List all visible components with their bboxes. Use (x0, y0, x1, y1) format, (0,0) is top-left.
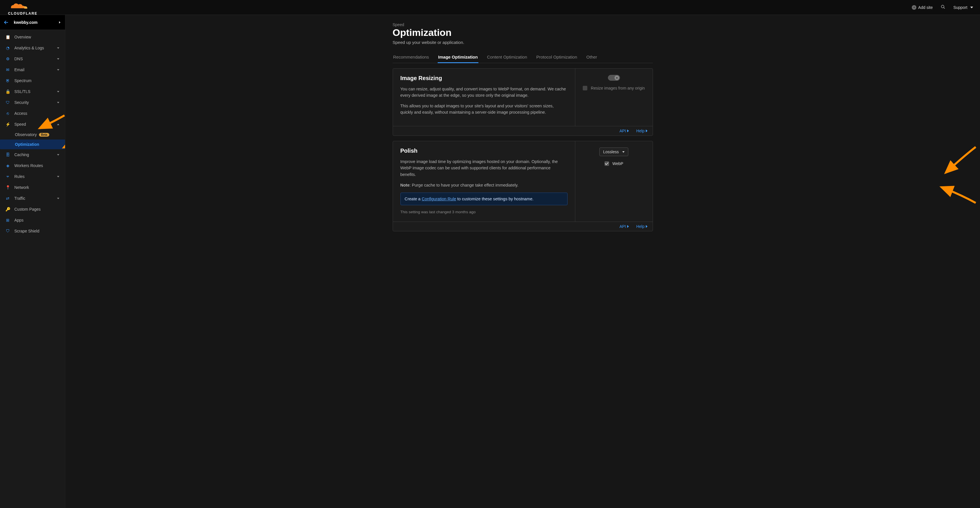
sidebar-item-analytics-logs[interactable]: ◔Analytics & Logs (0, 43, 65, 53)
sidebar-item-label: Email (14, 67, 52, 72)
network-icon: ⚙ (5, 56, 10, 61)
sidebar-item-caching[interactable]: 🗄Caching (0, 149, 65, 160)
sidebar-item-security[interactable]: 🛡Security (0, 97, 65, 108)
sidebar-item-label: Workers Routes (14, 163, 60, 168)
sidebar-item-workers-routes[interactable]: ◈Workers Routes (0, 160, 65, 171)
sidebar-item-dns[interactable]: ⚙DNS (0, 53, 65, 64)
sidebar-item-email[interactable]: ✉Email (0, 64, 65, 75)
sidebar-item-overview[interactable]: 📋Overview (0, 32, 65, 43)
top-header: CLOUDFLARE + Add site Support (0, 0, 980, 15)
sidebar-item-scrape-shield[interactable]: ⛉Scrape Shield (0, 225, 65, 236)
sidebar-item-label: Traffic (14, 196, 52, 201)
last-changed-text: This setting was last changed 3 months a… (401, 209, 568, 215)
chevron-down-icon (56, 102, 60, 103)
sidebar-item-label: Caching (14, 152, 52, 157)
resize-any-origin-checkbox[interactable] (583, 86, 587, 90)
card-description: Improve image load time by optimizing im… (401, 158, 568, 215)
grid-icon: ⊞ (5, 218, 10, 222)
api-link-label: API (619, 224, 626, 229)
lock-icon: 🔒 (5, 89, 10, 94)
help-link[interactable]: Help (636, 129, 648, 133)
support-label: Support (953, 5, 967, 10)
annotation-arrow (937, 183, 977, 206)
tab-other[interactable]: Other (586, 52, 598, 63)
sidebar-item-label: Speed (14, 122, 52, 126)
sidebar-item-label: Security (14, 100, 52, 105)
help-link-label: Help (636, 224, 644, 229)
sidebar-subitem-label: Observatory (15, 132, 37, 137)
sidebar-item-speed[interactable]: ⚡Speed (0, 119, 65, 130)
config-rule-callout: Create a Configuration Rule to customize… (401, 193, 568, 205)
add-site-label: Add site (918, 5, 933, 10)
card-desc-p1: Improve image load time by optimizing im… (401, 158, 568, 178)
sidebar-item-ssl-tls[interactable]: 🔒SSL/TLS (0, 86, 65, 97)
sidebar-subitem-optimization[interactable]: Optimization (0, 139, 65, 149)
card-title: Image Resizing (401, 75, 568, 81)
chevron-up-icon (56, 124, 60, 125)
tab-protocol-optimization[interactable]: Protocol Optimization (536, 52, 578, 63)
breadcrumb: Speed (393, 22, 653, 27)
arrows-icon: ⇄ (5, 196, 10, 201)
tab-recommendations[interactable]: Recommendations (393, 52, 430, 63)
card-footer: API Help (393, 126, 653, 136)
callout-suffix: to customize these settings by hostname. (456, 196, 533, 201)
card-image-resizing: Image Resizing You can resize, adjust qu… (393, 68, 653, 136)
sidebar-item-traffic[interactable]: ⇄Traffic (0, 193, 65, 204)
key-icon: 🔑 (5, 207, 10, 211)
sidebar-item-apps[interactable]: ⊞Apps (0, 215, 65, 225)
brand-logo[interactable]: CLOUDFLARE (5, 2, 38, 13)
polish-mode-dropdown[interactable]: Lossless (599, 147, 628, 156)
sidebar-item-label: Spectrum (14, 78, 60, 83)
tab-image-optimization[interactable]: Image Optimization (438, 52, 478, 63)
caret-right-icon (646, 225, 648, 228)
sidebar-item-rules[interactable]: ⫧Rules (0, 171, 65, 182)
site-switcher[interactable]: kwebby.com (0, 15, 65, 30)
card-note: Note: Purge cache to have your change ta… (401, 182, 568, 188)
drive-icon: 🗄 (5, 152, 10, 157)
sidebar-item-spectrum[interactable]: ⛨Spectrum (0, 75, 65, 86)
dropdown-value: Lossless (603, 150, 619, 154)
caret-right-icon (627, 225, 629, 228)
sidebar-item-label: Access (14, 111, 60, 116)
page-subtitle: Speed up your website or application. (393, 40, 653, 45)
route-icon: ◈ (5, 163, 10, 168)
support-menu[interactable]: Support (953, 5, 973, 10)
sidebar-subitem-label: Optimization (15, 142, 39, 147)
clipboard-icon: 📋 (5, 35, 10, 39)
help-link[interactable]: Help (636, 224, 648, 229)
note-label: Note (401, 183, 410, 187)
api-link-label: API (619, 129, 626, 133)
webp-checkbox[interactable] (605, 161, 609, 166)
api-link[interactable]: API (619, 224, 629, 229)
sidebar-item-label: Apps (14, 218, 60, 222)
beta-badge: Beta (39, 133, 49, 137)
search-icon[interactable] (941, 5, 945, 10)
tab-content-optimization[interactable]: Content Optimization (487, 52, 528, 63)
chevron-down-icon (56, 47, 60, 49)
chevron-down-icon (56, 91, 60, 93)
sidebar-item-access[interactable]: ⎋Access (0, 108, 65, 119)
sidebar-item-label: Overview (14, 35, 60, 39)
sidebar-item-label: DNS (14, 56, 52, 61)
add-site-button[interactable]: + Add site (912, 5, 933, 10)
sidebar-item-label: Analytics & Logs (14, 46, 52, 50)
chevron-down-icon (56, 198, 60, 199)
shield-icon: 🛡 (5, 100, 10, 105)
chevron-down-icon (56, 58, 60, 60)
card-footer: API Help (393, 222, 653, 231)
card-polish: Polish Improve image load time by optimi… (393, 141, 653, 231)
caret-down-icon (622, 151, 625, 153)
sidebar-subitem-observatory[interactable]: ObservatoryBeta (0, 130, 65, 139)
sidebar: kwebby.com 📋Overview◔Analytics & Logs⚙DN… (0, 15, 65, 508)
card-desc-p1: You can resize, adjust quality, and conv… (401, 86, 568, 99)
sidebar-item-custom-pages[interactable]: 🔑Custom Pages (0, 204, 65, 215)
sidebar-item-network[interactable]: 📍Network (0, 182, 65, 193)
resize-any-origin-label: Resize images from any origin (591, 86, 644, 90)
callout-prefix: Create a (405, 196, 422, 201)
config-rule-link[interactable]: Configuration Rule (422, 196, 456, 201)
svg-point-0 (941, 5, 944, 8)
api-link[interactable]: API (619, 129, 629, 133)
mail-icon: ✉ (5, 67, 10, 72)
chevron-down-icon (56, 69, 60, 70)
image-resizing-toggle[interactable]: ✕ (608, 75, 620, 81)
